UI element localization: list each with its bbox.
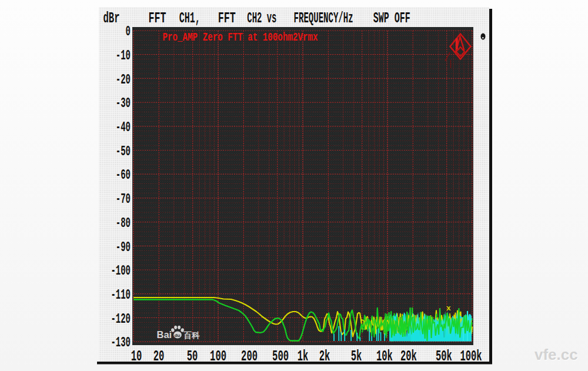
svg-text:50k: 50k bbox=[436, 347, 452, 365]
svg-text:FREQUENCY/Hz: FREQUENCY/Hz bbox=[294, 10, 353, 27]
svg-text:-100: -100 bbox=[111, 263, 131, 279]
svg-text:100k: 100k bbox=[460, 347, 482, 365]
svg-text:-30: -30 bbox=[116, 95, 131, 111]
svg-text:CH2 vs: CH2 vs bbox=[247, 10, 276, 27]
svg-text:-10: -10 bbox=[116, 48, 131, 63]
svg-text:FFT: FFT bbox=[218, 10, 236, 27]
svg-text:20: 20 bbox=[153, 347, 165, 365]
svg-text:10k: 10k bbox=[376, 347, 393, 365]
svg-text:Bai: Bai bbox=[157, 329, 172, 340]
svg-text:CH1,: CH1, bbox=[179, 10, 201, 27]
svg-text:-60: -60 bbox=[116, 167, 131, 183]
svg-text:SWP OFF: SWP OFF bbox=[373, 10, 410, 27]
svg-text:FFT: FFT bbox=[149, 10, 166, 27]
svg-text:-50: -50 bbox=[116, 143, 131, 159]
svg-text:dBr: dBr bbox=[103, 10, 120, 27]
svg-text:20k: 20k bbox=[400, 347, 417, 365]
svg-text:x: x bbox=[446, 304, 451, 313]
svg-text:0: 0 bbox=[126, 24, 131, 39]
svg-text:Pro_AMP Zero FTT at 100ohm2Vrm: Pro_AMP Zero FTT at 100ohm2Vrmx bbox=[163, 31, 318, 44]
svg-text:100: 100 bbox=[210, 347, 226, 365]
svg-text:-20: -20 bbox=[116, 72, 131, 88]
svg-text:-80: -80 bbox=[116, 215, 131, 231]
svg-text:vfe.cc: vfe.cc bbox=[534, 346, 578, 363]
svg-text:-130: -130 bbox=[111, 335, 131, 350]
svg-text:50: 50 bbox=[187, 347, 198, 365]
svg-text:1k: 1k bbox=[298, 347, 309, 365]
svg-text:-70: -70 bbox=[116, 191, 131, 207]
svg-text:-40: -40 bbox=[116, 119, 131, 135]
svg-text:10: 10 bbox=[131, 347, 142, 365]
svg-text:5k: 5k bbox=[351, 347, 362, 365]
svg-text:200: 200 bbox=[241, 347, 258, 365]
svg-text:百科: 百科 bbox=[183, 331, 201, 340]
svg-text:-110: -110 bbox=[111, 287, 131, 303]
svg-text:-90: -90 bbox=[116, 239, 131, 255]
svg-text:500: 500 bbox=[272, 347, 289, 365]
svg-text:-120: -120 bbox=[111, 311, 131, 327]
svg-text:2k: 2k bbox=[319, 347, 330, 365]
svg-text:du: du bbox=[175, 333, 181, 338]
